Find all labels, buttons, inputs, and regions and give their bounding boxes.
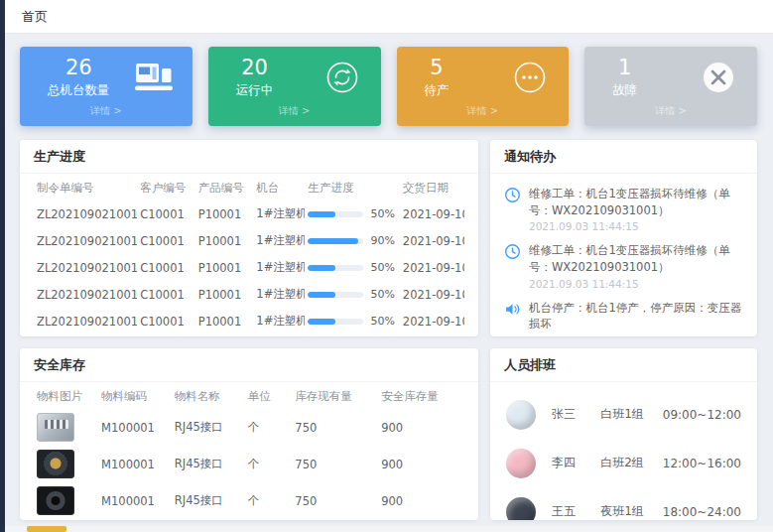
stat-card-text: 1 故障 bbox=[612, 57, 637, 98]
safety-qty-cell: 900 bbox=[378, 409, 464, 446]
staff-row[interactable]: 李四 白班2组 12:00~16:00 bbox=[506, 439, 741, 487]
inventory-table-body: M100001 RJ45接口 个 750 900 bbox=[34, 409, 464, 519]
staff-list: 张三 白班1组 09:00~12:00 李四 白班2组 12:00~16:00 bbox=[490, 382, 757, 520]
breadcrumb-home[interactable]: 首页 bbox=[22, 8, 48, 26]
progress-bar: 50% bbox=[308, 261, 396, 274]
progress-bar: 50% bbox=[308, 315, 396, 328]
inventory-table-row[interactable]: M100001 RJ45接口 个 750 900 bbox=[34, 482, 464, 519]
stat-detail-link[interactable]: 详情 > bbox=[594, 104, 747, 118]
panel-title-staff: 人员排班 bbox=[490, 348, 757, 382]
material-code-cell: M100001 bbox=[98, 409, 172, 446]
progress-fill bbox=[308, 319, 335, 325]
progress-fill bbox=[308, 265, 335, 271]
column-header-safety: 安全库存量 bbox=[378, 382, 464, 409]
stat-card-standby[interactable]: 5 待产 详情 > bbox=[397, 47, 570, 126]
progress-track bbox=[308, 319, 363, 325]
notice-panel: 通知待办 维修工单：机台1变压器损坏待维修（单号：WX202109031001）… bbox=[490, 140, 757, 336]
inventory-table-row[interactable]: M100001 RJ45接口 个 750 900 bbox=[34, 409, 464, 446]
machine-cell: 1#注塑机 bbox=[253, 308, 305, 334]
staff-row[interactable]: 王五 夜班1组 18:00~24:00 bbox=[506, 487, 741, 520]
stat-card-text: 5 待产 bbox=[425, 57, 450, 98]
stat-label: 运行中 bbox=[236, 82, 274, 99]
progress-label: 50% bbox=[370, 207, 394, 220]
production-table-row[interactable]: ZL202109021001 C10001 P10001 1#注塑机 bbox=[34, 227, 464, 254]
material-code-cell: M100001 bbox=[98, 446, 172, 482]
fault-icon bbox=[700, 60, 737, 95]
machine-icon bbox=[135, 60, 173, 95]
customer-no-cell: C10001 bbox=[137, 281, 195, 308]
stat-label: 待产 bbox=[425, 82, 450, 99]
order-no-cell: ZL202109021001 bbox=[34, 281, 137, 308]
staff-shift: 夜班1组 bbox=[600, 503, 663, 520]
notice-text: 维修工单：机台1变压器损坏待维修（单号：WX202109031001） bbox=[529, 186, 743, 218]
staff-time: 18:00~24:00 bbox=[663, 505, 741, 519]
product-no-cell: P10001 bbox=[195, 254, 254, 281]
staff-shift: 白班1组 bbox=[600, 406, 663, 423]
unit-cell: 个 bbox=[245, 482, 293, 519]
production-table-row[interactable]: ZL202109021001 C10001 P10001 1#注塑机 bbox=[34, 281, 464, 308]
progress-label: 50% bbox=[370, 261, 394, 274]
production-table-row[interactable]: ZL202109021001 C10001 P10001 1#注塑机 bbox=[34, 308, 464, 334]
notice-body: 维修工单：机台1变压器损坏待维修（单号：WX202109031001） 2021… bbox=[529, 242, 743, 289]
progress-fill bbox=[308, 292, 335, 298]
progress-cell: 50% bbox=[305, 281, 399, 308]
panel-title-inventory: 安全库存 bbox=[20, 348, 478, 382]
unit-cell: 个 bbox=[245, 409, 293, 446]
stat-detail-link[interactable]: 详情 > bbox=[30, 104, 183, 118]
inventory-panel: 安全库存 物料图片 物料编码 物料名称 单位 库存现有量 bbox=[20, 348, 478, 520]
stat-detail-link[interactable]: 详情 > bbox=[218, 104, 371, 118]
progress-label: 50% bbox=[370, 288, 394, 301]
inventory-header-row: 物料图片 物料编码 物料名称 单位 库存现有量 安全库存量 bbox=[34, 382, 464, 409]
column-header-customer: 客户编号 bbox=[137, 174, 195, 200]
stat-card-total-machines[interactable]: 26 总机台数量 详情 > bbox=[20, 47, 193, 126]
notice-item[interactable]: 机台停产：机台1停产，停产原因：变压器损坏 bbox=[502, 295, 745, 336]
column-header-order: 制令单编号 bbox=[34, 174, 137, 200]
stock-qty-cell: 750 bbox=[292, 446, 378, 482]
clock-icon bbox=[504, 187, 521, 203]
progress-cell: 50% bbox=[305, 254, 399, 281]
progress-track bbox=[308, 211, 363, 217]
production-table-row[interactable]: ZL202109021001 C10001 P10001 1#注塑机 bbox=[34, 254, 464, 281]
stat-card-top: 26 总机台数量 bbox=[30, 57, 183, 98]
staff-shift: 白班2组 bbox=[600, 455, 663, 471]
staff-name: 王五 bbox=[552, 503, 600, 520]
staff-name: 张三 bbox=[552, 406, 600, 423]
notice-text: 机台停产：机台1停产，停产原因：变压器损坏 bbox=[529, 300, 743, 332]
production-table-row[interactable]: ZL202109021001 C10001 P10001 1#注塑机 bbox=[34, 200, 464, 227]
panel-grid: 生产进度 制令单编号 客户编号 产品编号 机台 生产进度 bbox=[20, 140, 757, 520]
inventory-table-row[interactable]: M100001 RJ45接口 个 750 900 bbox=[34, 446, 464, 482]
horizontal-scrollbar-thumb[interactable] bbox=[27, 526, 66, 532]
notice-item[interactable]: 维修工单：机台1变压器损坏待维修（单号：WX202109031001） 2021… bbox=[502, 237, 745, 294]
notice-list: 维修工单：机台1变压器损坏待维修（单号：WX202109031001） 2021… bbox=[490, 174, 757, 336]
machine-cell: 1#注塑机 bbox=[253, 200, 305, 227]
stat-card-fault[interactable]: 1 故障 详情 > bbox=[584, 47, 757, 126]
delivery-date-cell: 2021-09-10 bbox=[400, 200, 464, 227]
stat-card-top: 1 故障 bbox=[594, 57, 747, 98]
delivery-date-cell: 2021-09-10 bbox=[400, 281, 464, 308]
progress-bar: 50% bbox=[308, 207, 396, 220]
notice-item[interactable]: 维修工单：机台1变压器损坏待维修（单号：WX202109031001） 2021… bbox=[502, 181, 745, 237]
stat-detail-link[interactable]: 详情 > bbox=[407, 104, 560, 118]
topbar: 首页 bbox=[5, 0, 773, 34]
staff-time: 09:00~12:00 bbox=[663, 408, 741, 422]
material-name-cell: RJ45接口 bbox=[172, 409, 245, 446]
stat-card-running[interactable]: 20 运行中 详情 > bbox=[208, 47, 381, 126]
panel-title-notices: 通知待办 bbox=[490, 140, 757, 174]
product-no-cell: P10001 bbox=[195, 281, 254, 308]
stat-value: 20 bbox=[236, 57, 274, 78]
order-no-cell: ZL202109021001 bbox=[34, 227, 137, 254]
product-no-cell: P10001 bbox=[195, 200, 254, 227]
production-table-body: ZL202109021001 C10001 P10001 1#注塑机 bbox=[34, 200, 464, 334]
staff-row[interactable]: 张三 白班1组 09:00~12:00 bbox=[506, 390, 741, 439]
clock-icon bbox=[504, 243, 521, 260]
column-header-progress: 生产进度 bbox=[305, 174, 399, 200]
production-panel: 生产进度 制令单编号 客户编号 产品编号 机台 生产进度 bbox=[20, 140, 478, 336]
notice-body: 机台停产：机台1停产，停产原因：变压器损坏 bbox=[529, 300, 743, 332]
stat-card-text: 26 总机台数量 bbox=[48, 57, 110, 98]
material-image-cell bbox=[34, 409, 98, 446]
order-no-cell: ZL202109021001 bbox=[34, 200, 137, 227]
notice-text: 维修工单：机台1变压器损坏待维修（单号：WX202109031001） bbox=[529, 242, 743, 275]
safety-qty-cell: 900 bbox=[378, 482, 464, 519]
main-area: 首页 26 总机台数量 详情 > bbox=[5, 0, 773, 532]
production-panel-body: 制令单编号 客户编号 产品编号 机台 生产进度 交货日期 bbox=[20, 174, 478, 336]
